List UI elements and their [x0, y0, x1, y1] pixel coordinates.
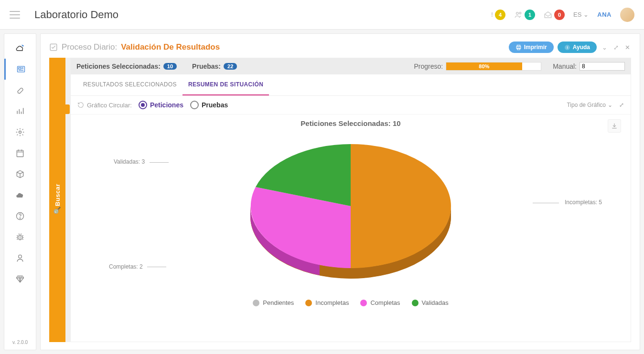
users-indicator[interactable]: 1	[514, 10, 535, 20]
svg-point-0	[516, 12, 518, 14]
diamond-icon	[15, 274, 25, 284]
sidebar-item-tools[interactable]	[4, 80, 36, 101]
sidebar-item-cloud2[interactable]	[4, 185, 36, 206]
svg-point-20	[19, 255, 22, 258]
calendar-icon	[15, 148, 25, 158]
radio-peticiones[interactable]: Peticiones	[139, 101, 183, 109]
svg-text:i: i	[567, 45, 568, 50]
sidebar-item-stats[interactable]	[4, 101, 36, 122]
download-chart-button[interactable]	[608, 119, 621, 133]
peticiones-count: 10	[163, 63, 177, 70]
checkbox-icon	[49, 43, 58, 52]
tab-resumen[interactable]: RESUMEN DE SITUACIÓN	[182, 74, 269, 95]
svg-rect-3	[19, 68, 21, 69]
download-icon	[611, 123, 618, 129]
radio-empty-icon	[190, 101, 199, 109]
alerts-indicator[interactable]: ! 4	[491, 10, 505, 20]
radio-pruebas-label: Pruebas	[202, 101, 228, 109]
app-title: Laboratorio Demo	[34, 9, 491, 21]
print-button[interactable]: Imprimir	[509, 42, 554, 53]
language-selector[interactable]: ES ⌄	[573, 11, 589, 18]
label-validadas: Validadas: 3	[114, 158, 145, 165]
pruebas-count: 22	[224, 63, 237, 70]
people-icon	[514, 10, 523, 19]
progress-fill: 80%	[446, 62, 522, 70]
sidebar-item-user[interactable]	[4, 248, 36, 269]
panel-title: Validación De Resultados	[121, 42, 220, 52]
label-incompletas: Incompletas: 5	[565, 199, 602, 206]
radio-pruebas[interactable]: Pruebas	[190, 101, 228, 109]
cloud-solid-icon	[15, 190, 25, 200]
menu-toggle-button[interactable]	[10, 11, 20, 19]
sidebar-item-help[interactable]	[4, 206, 36, 227]
sidebar-item-bug[interactable]	[4, 227, 36, 248]
tab-resultados[interactable]: RESULTADOS SELECCIONADOS	[77, 74, 182, 95]
legend-pendientes[interactable]: Pendientes	[253, 299, 294, 306]
manual-label: Manual:	[553, 62, 577, 70]
tab-bar: RESULTADOS SELECCIONADOS RESUMEN DE SITU…	[71, 74, 631, 96]
sidebar-item-settings[interactable]	[4, 122, 36, 143]
top-bar: Laboratorio Demo ! 4 1 0 ES ⌄ ANA	[0, 0, 644, 30]
chevron-down-icon: ⌄	[583, 11, 589, 18]
svg-point-17	[20, 218, 20, 219]
drag-handle[interactable]	[65, 58, 70, 342]
history-icon	[77, 102, 84, 108]
envelope-open-icon	[544, 10, 552, 19]
sidebar-item-package[interactable]	[4, 164, 36, 185]
peticiones-label: Peticiones Seleccionadas:	[76, 62, 161, 70]
printer-icon	[515, 44, 522, 51]
legend-incompletas[interactable]: Incompletas	[305, 299, 349, 306]
sidebar-item-cloud[interactable]	[4, 38, 36, 59]
chart-type-label: Tipo de Gráfico	[567, 102, 606, 108]
expand-button[interactable]: ⤢	[612, 43, 620, 51]
progress-bar: 80%	[446, 62, 541, 71]
chart-area: Peticiones Seleccionadas: 10	[71, 115, 631, 342]
collapse-button[interactable]: ⌄	[601, 43, 608, 51]
version-label: v. 2.0.0	[12, 335, 28, 350]
question-circle-icon	[15, 211, 25, 221]
box-icon	[15, 169, 25, 179]
legend-validadas[interactable]: Validadas	[412, 299, 449, 306]
sidebar: v. 2.0.0	[4, 33, 36, 350]
label-completas: Completas: 2	[109, 263, 143, 270]
chart-title: Peticiones Seleccionadas: 10	[80, 119, 621, 127]
radio-dot-icon	[139, 101, 147, 109]
help-button[interactable]: i Ayuda	[558, 42, 597, 53]
newspaper-icon	[16, 64, 26, 74]
gear-icon	[15, 127, 25, 137]
chart-legend: Pendientes Incompletas Completas Validad…	[80, 299, 621, 306]
legend-completas[interactable]: Completas	[360, 299, 400, 306]
bar-chart-icon	[15, 106, 25, 116]
bug-icon	[15, 232, 25, 242]
expand-chart-button[interactable]: ⤢	[619, 102, 624, 108]
panel-prefix: Proceso Diario:	[62, 42, 117, 52]
svg-rect-12	[17, 150, 23, 156]
print-label: Imprimir	[524, 44, 547, 51]
chart-controls: Gráfico Circular: Peticiones Pruebas Tip…	[71, 96, 631, 115]
chevron-down-icon: ⌄	[608, 102, 612, 108]
messages-badge: 0	[554, 10, 565, 20]
exclamation-icon: !	[491, 11, 493, 18]
close-button[interactable]: ✕	[623, 43, 631, 51]
manual-input[interactable]	[580, 62, 625, 71]
status-bar: Peticiones Seleccionadas: 10 Pruebas: 22…	[71, 58, 631, 74]
help-label: Ayuda	[573, 44, 590, 51]
info-icon: i	[564, 44, 570, 51]
chart-type-selector[interactable]: Tipo de Gráfico ⌄	[567, 102, 612, 108]
svg-point-1	[519, 12, 521, 14]
search-tab[interactable]: 🔍 Buscar	[49, 58, 65, 342]
pie-chart: Incompletas: 5 Completas: 2 Validadas: 3	[80, 132, 621, 294]
sidebar-item-diamond[interactable]	[4, 269, 36, 290]
avatar[interactable]	[620, 8, 634, 22]
user-name[interactable]: ANA	[597, 11, 612, 18]
language-label: ES	[573, 11, 581, 18]
sidebar-item-calendar[interactable]	[4, 143, 36, 164]
user-icon	[15, 253, 25, 263]
messages-indicator[interactable]: 0	[544, 10, 565, 20]
progreso-label: Progreso:	[414, 62, 443, 70]
search-icon: 🔍	[54, 207, 62, 214]
main-panel: Proceso Diario: Validación De Resultados…	[40, 33, 640, 350]
sidebar-item-news[interactable]	[4, 59, 36, 80]
radio-peticiones-label: Peticiones	[150, 101, 183, 109]
svg-point-11	[19, 131, 21, 134]
